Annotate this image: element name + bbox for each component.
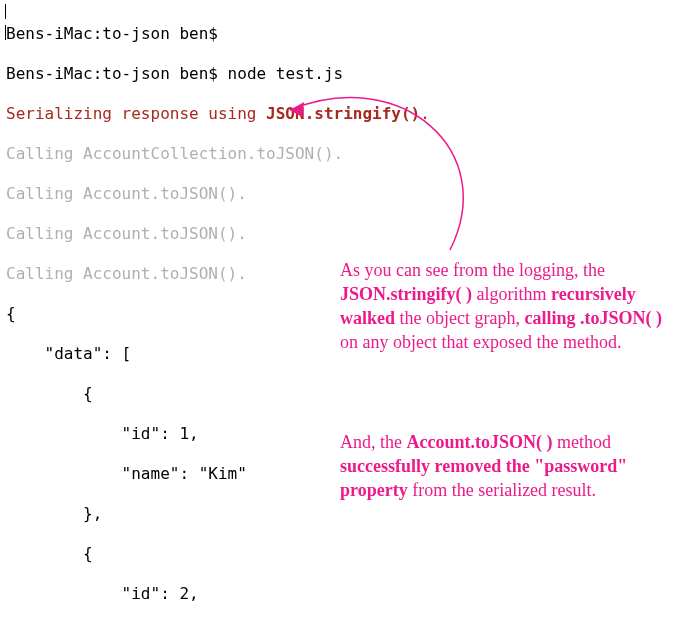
anno-text: on any object that exposed the method. xyxy=(340,332,621,352)
json-line: }, xyxy=(6,504,430,524)
log-strong: JSON.stringify() xyxy=(266,104,420,123)
prompt-dir: to-json xyxy=(102,64,169,83)
log-text: Serializing response using xyxy=(6,104,266,123)
prompt-line-command: Bens-iMac:to-json ben$ node test.js xyxy=(6,64,430,84)
log-collection: Calling AccountCollection.toJSON(). xyxy=(6,144,430,164)
anno-text: method xyxy=(553,432,612,452)
prompt-sep: $ xyxy=(208,64,218,83)
json-line: { xyxy=(6,384,430,404)
prompt-line-empty: Bens-iMac:to-json ben$ xyxy=(6,24,430,44)
anno-text: from the serialized result. xyxy=(408,480,596,500)
annotation-paragraph-2: And, the Account.toJSON( ) method succes… xyxy=(340,430,680,502)
prompt-user: ben xyxy=(179,64,208,83)
prompt-host: Bens-iMac xyxy=(6,64,93,83)
anno-text: algorithm xyxy=(472,284,551,304)
prompt-host: Bens-iMac xyxy=(6,24,93,43)
prompt-sep: $ xyxy=(208,24,218,43)
log-text: . xyxy=(420,104,430,123)
json-line: "id": 2, xyxy=(6,584,430,604)
anno-text: As you can see from the logging, the xyxy=(340,260,605,280)
anno-text: And, the xyxy=(340,432,407,452)
anno-strong: calling .toJSON( ) xyxy=(524,308,662,328)
anno-text: the object graph, xyxy=(395,308,524,328)
anno-strong: JSON.stringify( ) xyxy=(340,284,472,304)
log-account: Calling Account.toJSON(). xyxy=(6,184,430,204)
log-serializing: Serializing response using JSON.stringif… xyxy=(6,104,430,124)
log-account: Calling Account.toJSON(). xyxy=(6,224,430,244)
annotation-paragraph-1: As you can see from the logging, the JSO… xyxy=(340,258,680,354)
prompt-dir: to-json xyxy=(102,24,169,43)
prompt-user: ben xyxy=(179,24,208,43)
json-line: { xyxy=(6,544,430,564)
anno-strong: Account.toJSON( ) xyxy=(407,432,553,452)
command-text: node test.js xyxy=(228,64,344,83)
